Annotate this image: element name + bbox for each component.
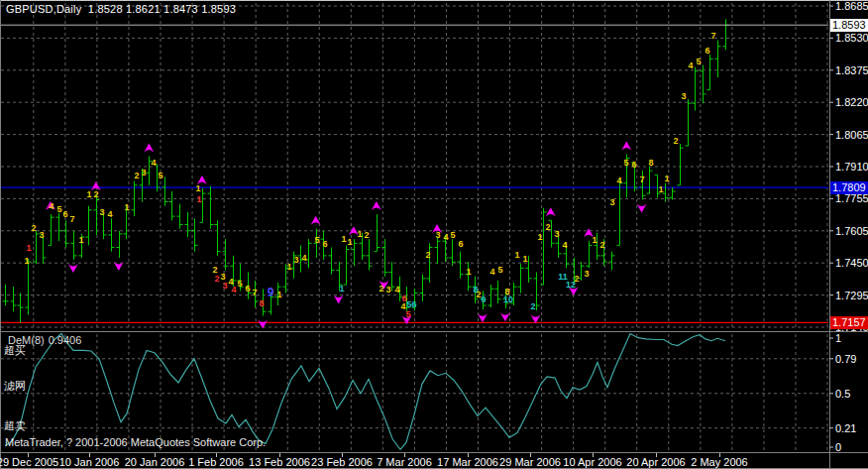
fractal-down-arrow (500, 312, 510, 321)
fractal-down-arrow (478, 313, 488, 322)
mt4-chart-window: GBPUSD,Daily 1.8528 1.8621 1.8473 1.8593… (0, 0, 868, 469)
fractal-down-arrow (114, 262, 124, 271)
fractal-up-arrow (372, 201, 381, 210)
fractal-up-arrow (144, 144, 154, 153)
fractal-up-arrow (621, 141, 631, 150)
fractal-up-arrow (91, 181, 101, 190)
chart-canvas[interactable] (0, 0, 868, 469)
fractal-down-arrow (637, 203, 647, 212)
fractal-down-arrow (569, 287, 579, 295)
fractal-up-arrow (349, 226, 359, 235)
fractal-up-arrow (197, 176, 207, 184)
fractal-up-arrow (432, 224, 442, 233)
dem-line (5, 334, 725, 450)
fractal-up-arrow (46, 201, 55, 210)
fractal-down-arrow (334, 294, 344, 303)
fractal-up-arrow (546, 207, 556, 216)
fractal-down-arrow (380, 281, 389, 290)
fractal-down-arrow (68, 264, 78, 273)
fractal-up-arrow (584, 228, 594, 237)
